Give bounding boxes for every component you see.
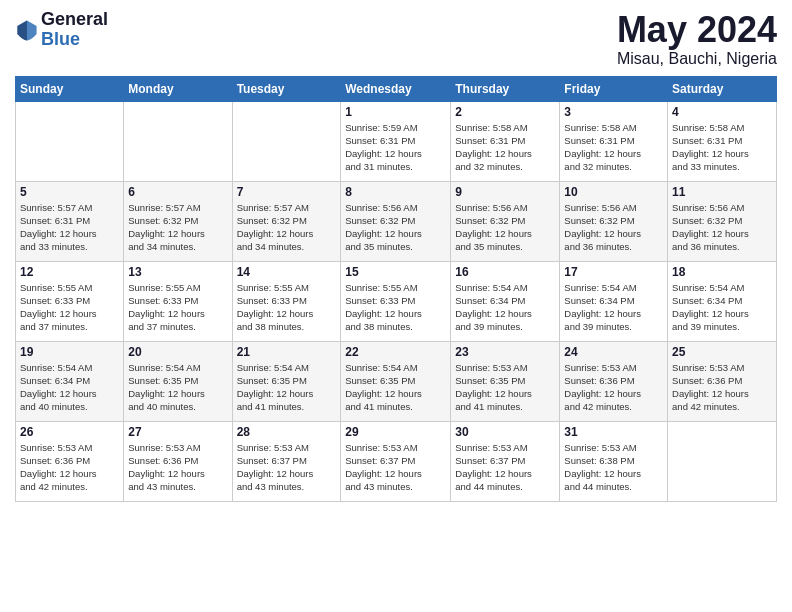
logo-icon — [15, 18, 39, 42]
day-number: 5 — [20, 185, 119, 199]
calendar-cell-w5-d3: 28Sunrise: 5:53 AM Sunset: 6:37 PM Dayli… — [232, 421, 341, 501]
day-info: Sunrise: 5:54 AM Sunset: 6:35 PM Dayligh… — [237, 361, 337, 414]
logo: General Blue — [15, 10, 108, 50]
day-number: 22 — [345, 345, 446, 359]
day-info: Sunrise: 5:58 AM Sunset: 6:31 PM Dayligh… — [455, 121, 555, 174]
day-info: Sunrise: 5:53 AM Sunset: 6:37 PM Dayligh… — [237, 441, 337, 494]
col-friday: Friday — [560, 76, 668, 101]
calendar-table: Sunday Monday Tuesday Wednesday Thursday… — [15, 76, 777, 502]
month-title: May 2024 — [617, 10, 777, 50]
calendar-cell-w2-d7: 11Sunrise: 5:56 AM Sunset: 6:32 PM Dayli… — [668, 181, 777, 261]
calendar-cell-w5-d1: 26Sunrise: 5:53 AM Sunset: 6:36 PM Dayli… — [16, 421, 124, 501]
calendar-cell-w3-d2: 13Sunrise: 5:55 AM Sunset: 6:33 PM Dayli… — [124, 261, 232, 341]
calendar-cell-w3-d3: 14Sunrise: 5:55 AM Sunset: 6:33 PM Dayli… — [232, 261, 341, 341]
day-info: Sunrise: 5:56 AM Sunset: 6:32 PM Dayligh… — [564, 201, 663, 254]
day-number: 26 — [20, 425, 119, 439]
logo-blue-text: Blue — [41, 30, 108, 50]
calendar-week-2: 5Sunrise: 5:57 AM Sunset: 6:31 PM Daylig… — [16, 181, 777, 261]
col-monday: Monday — [124, 76, 232, 101]
day-info: Sunrise: 5:58 AM Sunset: 6:31 PM Dayligh… — [564, 121, 663, 174]
day-number: 6 — [128, 185, 227, 199]
day-info: Sunrise: 5:53 AM Sunset: 6:36 PM Dayligh… — [672, 361, 772, 414]
calendar-cell-w5-d5: 30Sunrise: 5:53 AM Sunset: 6:37 PM Dayli… — [451, 421, 560, 501]
day-number: 27 — [128, 425, 227, 439]
day-number: 9 — [455, 185, 555, 199]
calendar-cell-w4-d3: 21Sunrise: 5:54 AM Sunset: 6:35 PM Dayli… — [232, 341, 341, 421]
calendar-cell-w5-d2: 27Sunrise: 5:53 AM Sunset: 6:36 PM Dayli… — [124, 421, 232, 501]
calendar-cell-w3-d6: 17Sunrise: 5:54 AM Sunset: 6:34 PM Dayli… — [560, 261, 668, 341]
calendar-cell-w4-d1: 19Sunrise: 5:54 AM Sunset: 6:34 PM Dayli… — [16, 341, 124, 421]
calendar-cell-w1-d6: 3Sunrise: 5:58 AM Sunset: 6:31 PM Daylig… — [560, 101, 668, 181]
day-number: 14 — [237, 265, 337, 279]
calendar-header-row: Sunday Monday Tuesday Wednesday Thursday… — [16, 76, 777, 101]
day-info: Sunrise: 5:54 AM Sunset: 6:35 PM Dayligh… — [345, 361, 446, 414]
day-info: Sunrise: 5:55 AM Sunset: 6:33 PM Dayligh… — [128, 281, 227, 334]
day-number: 19 — [20, 345, 119, 359]
day-info: Sunrise: 5:53 AM Sunset: 6:37 PM Dayligh… — [345, 441, 446, 494]
calendar-cell-w1-d2 — [124, 101, 232, 181]
col-saturday: Saturday — [668, 76, 777, 101]
day-info: Sunrise: 5:53 AM Sunset: 6:38 PM Dayligh… — [564, 441, 663, 494]
day-info: Sunrise: 5:54 AM Sunset: 6:34 PM Dayligh… — [564, 281, 663, 334]
day-number: 3 — [564, 105, 663, 119]
day-number: 15 — [345, 265, 446, 279]
day-number: 30 — [455, 425, 555, 439]
calendar-week-4: 19Sunrise: 5:54 AM Sunset: 6:34 PM Dayli… — [16, 341, 777, 421]
day-number: 28 — [237, 425, 337, 439]
day-info: Sunrise: 5:54 AM Sunset: 6:34 PM Dayligh… — [455, 281, 555, 334]
col-thursday: Thursday — [451, 76, 560, 101]
calendar-cell-w5-d7 — [668, 421, 777, 501]
col-tuesday: Tuesday — [232, 76, 341, 101]
calendar-week-1: 1Sunrise: 5:59 AM Sunset: 6:31 PM Daylig… — [16, 101, 777, 181]
day-info: Sunrise: 5:53 AM Sunset: 6:36 PM Dayligh… — [564, 361, 663, 414]
day-info: Sunrise: 5:53 AM Sunset: 6:36 PM Dayligh… — [20, 441, 119, 494]
calendar-cell-w2-d5: 9Sunrise: 5:56 AM Sunset: 6:32 PM Daylig… — [451, 181, 560, 261]
calendar-week-3: 12Sunrise: 5:55 AM Sunset: 6:33 PM Dayli… — [16, 261, 777, 341]
day-info: Sunrise: 5:53 AM Sunset: 6:37 PM Dayligh… — [455, 441, 555, 494]
day-info: Sunrise: 5:56 AM Sunset: 6:32 PM Dayligh… — [345, 201, 446, 254]
logo-text: General Blue — [41, 10, 108, 50]
day-info: Sunrise: 5:56 AM Sunset: 6:32 PM Dayligh… — [672, 201, 772, 254]
day-number: 25 — [672, 345, 772, 359]
day-number: 11 — [672, 185, 772, 199]
day-info: Sunrise: 5:53 AM Sunset: 6:35 PM Dayligh… — [455, 361, 555, 414]
title-block: May 2024 Misau, Bauchi, Nigeria — [617, 10, 777, 68]
logo-general-text: General — [41, 10, 108, 30]
day-info: Sunrise: 5:57 AM Sunset: 6:32 PM Dayligh… — [128, 201, 227, 254]
day-info: Sunrise: 5:59 AM Sunset: 6:31 PM Dayligh… — [345, 121, 446, 174]
page: General Blue May 2024 Misau, Bauchi, Nig… — [0, 0, 792, 612]
calendar-cell-w2-d1: 5Sunrise: 5:57 AM Sunset: 6:31 PM Daylig… — [16, 181, 124, 261]
day-info: Sunrise: 5:54 AM Sunset: 6:35 PM Dayligh… — [128, 361, 227, 414]
day-number: 12 — [20, 265, 119, 279]
day-number: 8 — [345, 185, 446, 199]
day-number: 31 — [564, 425, 663, 439]
day-number: 29 — [345, 425, 446, 439]
calendar-cell-w1-d3 — [232, 101, 341, 181]
day-number: 21 — [237, 345, 337, 359]
calendar-cell-w1-d4: 1Sunrise: 5:59 AM Sunset: 6:31 PM Daylig… — [341, 101, 451, 181]
day-number: 20 — [128, 345, 227, 359]
day-number: 24 — [564, 345, 663, 359]
calendar-week-5: 26Sunrise: 5:53 AM Sunset: 6:36 PM Dayli… — [16, 421, 777, 501]
day-number: 2 — [455, 105, 555, 119]
day-info: Sunrise: 5:53 AM Sunset: 6:36 PM Dayligh… — [128, 441, 227, 494]
col-wednesday: Wednesday — [341, 76, 451, 101]
day-number: 23 — [455, 345, 555, 359]
calendar-cell-w3-d4: 15Sunrise: 5:55 AM Sunset: 6:33 PM Dayli… — [341, 261, 451, 341]
day-number: 1 — [345, 105, 446, 119]
day-number: 18 — [672, 265, 772, 279]
day-info: Sunrise: 5:58 AM Sunset: 6:31 PM Dayligh… — [672, 121, 772, 174]
day-number: 16 — [455, 265, 555, 279]
calendar-cell-w1-d1 — [16, 101, 124, 181]
day-info: Sunrise: 5:57 AM Sunset: 6:31 PM Dayligh… — [20, 201, 119, 254]
day-info: Sunrise: 5:55 AM Sunset: 6:33 PM Dayligh… — [345, 281, 446, 334]
calendar-cell-w5-d6: 31Sunrise: 5:53 AM Sunset: 6:38 PM Dayli… — [560, 421, 668, 501]
calendar-cell-w2-d3: 7Sunrise: 5:57 AM Sunset: 6:32 PM Daylig… — [232, 181, 341, 261]
calendar-cell-w2-d2: 6Sunrise: 5:57 AM Sunset: 6:32 PM Daylig… — [124, 181, 232, 261]
calendar-cell-w3-d5: 16Sunrise: 5:54 AM Sunset: 6:34 PM Dayli… — [451, 261, 560, 341]
calendar-cell-w1-d7: 4Sunrise: 5:58 AM Sunset: 6:31 PM Daylig… — [668, 101, 777, 181]
calendar-cell-w4-d7: 25Sunrise: 5:53 AM Sunset: 6:36 PM Dayli… — [668, 341, 777, 421]
day-info: Sunrise: 5:57 AM Sunset: 6:32 PM Dayligh… — [237, 201, 337, 254]
calendar-cell-w3-d1: 12Sunrise: 5:55 AM Sunset: 6:33 PM Dayli… — [16, 261, 124, 341]
day-number: 13 — [128, 265, 227, 279]
